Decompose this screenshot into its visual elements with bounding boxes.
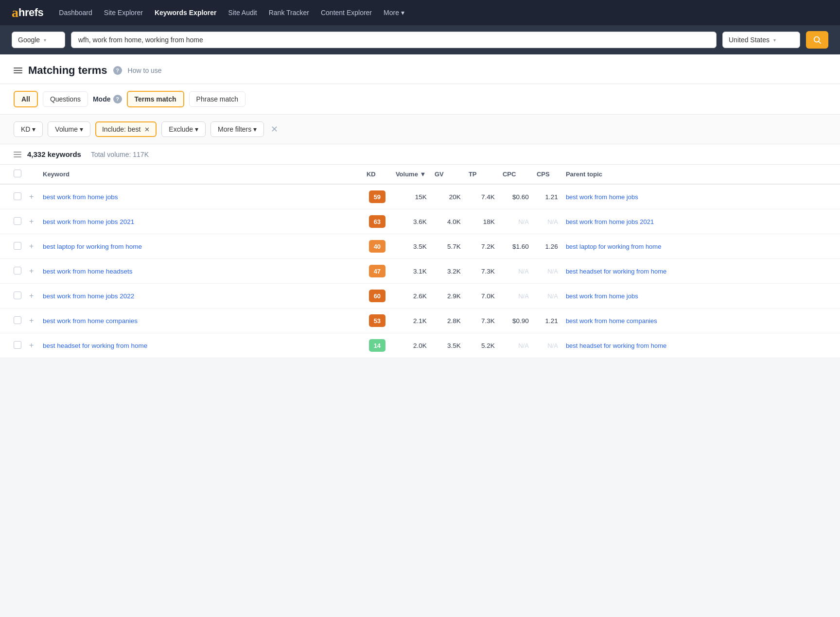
- row-add-cell: +: [25, 234, 39, 259]
- logo[interactable]: ahrefs: [12, 5, 43, 20]
- help-icon[interactable]: ?: [113, 66, 122, 75]
- include-filter-btn[interactable]: Include: best ✕: [95, 121, 157, 137]
- col-header-parent-topic[interactable]: Parent topic: [562, 165, 840, 184]
- secondary-filter-row: KD ▾ Volume ▾ Include: best ✕ Exclude ▾ …: [0, 115, 840, 144]
- row-gv-cell: 2.8K: [431, 308, 465, 333]
- nav-site-audit[interactable]: Site Audit: [228, 9, 257, 17]
- row-checkbox[interactable]: [14, 242, 21, 250]
- keyword-link[interactable]: best work from home jobs: [43, 193, 118, 201]
- exclude-filter-btn[interactable]: Exclude ▾: [161, 121, 206, 137]
- row-add-button[interactable]: +: [29, 341, 34, 349]
- row-checkbox[interactable]: [14, 291, 21, 299]
- questions-filter-btn[interactable]: Questions: [43, 91, 88, 107]
- keyword-highlight: best: [43, 218, 55, 225]
- search-input[interactable]: wfh, work from home, working from home: [71, 32, 717, 48]
- kd-filter-btn[interactable]: KD ▾: [14, 121, 43, 137]
- row-gv-cell: 4.0K: [431, 209, 465, 234]
- col-header-kd[interactable]: KD: [363, 165, 392, 184]
- row-checkbox[interactable]: [14, 316, 21, 324]
- row-keyword-cell: best work from home jobs 2022: [39, 284, 363, 308]
- row-checkbox[interactable]: [14, 267, 21, 274]
- row-checkbox[interactable]: [14, 217, 21, 225]
- row-checkbox[interactable]: [14, 192, 21, 200]
- row-add-button[interactable]: +: [29, 192, 34, 201]
- row-checkbox-cell: [0, 234, 25, 259]
- total-volume: Total volume: 117K: [91, 151, 149, 158]
- engine-chevron: ▾: [44, 37, 46, 43]
- keyword-link[interactable]: best headset for working from home: [43, 342, 147, 349]
- row-keyword-cell: best work from home headsets: [39, 259, 363, 284]
- row-cps-cell: 1.21: [533, 308, 562, 333]
- row-add-button[interactable]: +: [29, 291, 34, 300]
- phrase-match-btn[interactable]: Phrase match: [189, 91, 245, 107]
- row-add-button[interactable]: +: [29, 217, 34, 225]
- row-add-button[interactable]: +: [29, 267, 34, 275]
- parent-topic-link[interactable]: best work from home companies: [566, 317, 657, 325]
- keyword-link[interactable]: best work from home companies: [43, 317, 138, 325]
- row-checkbox-cell: [0, 259, 25, 284]
- table-row: + best work from home jobs 59 15K 20K 7.…: [0, 184, 840, 209]
- parent-topic-link[interactable]: best headset for working from home: [566, 342, 666, 349]
- keyword-highlight: best: [43, 317, 55, 325]
- select-all-checkbox[interactable]: [14, 170, 21, 177]
- svg-line-1: [819, 41, 821, 43]
- row-kd-cell: 59: [363, 184, 392, 209]
- include-clear-icon[interactable]: ✕: [144, 126, 150, 133]
- parent-topic-link[interactable]: best work from home jobs: [566, 292, 638, 300]
- keyword-rest: headset for working from home: [55, 342, 148, 349]
- parent-topic-link[interactable]: best headset for working from home: [566, 268, 666, 275]
- row-add-button[interactable]: +: [29, 242, 34, 250]
- row-kd-cell: 53: [363, 308, 392, 333]
- all-filter-btn[interactable]: All: [14, 91, 38, 107]
- clear-all-filters-icon[interactable]: ✕: [271, 124, 278, 135]
- parent-topic-link[interactable]: best work from home jobs 2021: [566, 218, 654, 225]
- row-gv-cell: 5.7K: [431, 234, 465, 259]
- nav-rank-tracker[interactable]: Rank Tracker: [269, 9, 309, 17]
- keyword-link[interactable]: best work from home jobs 2022: [43, 292, 134, 300]
- row-cps-cell: N/A: [533, 259, 562, 284]
- how-to-link[interactable]: How to use: [128, 67, 162, 74]
- parent-topic-link[interactable]: best work from home jobs: [566, 193, 638, 201]
- nav-site-explorer[interactable]: Site Explorer: [104, 9, 143, 17]
- col-header-cps[interactable]: CPS: [533, 165, 562, 184]
- table-row: + best headset for working from home 14 …: [0, 333, 840, 358]
- row-checkbox[interactable]: [14, 341, 21, 349]
- row-cps-cell: 1.21: [533, 184, 562, 209]
- volume-filter-btn[interactable]: Volume ▾: [48, 121, 90, 137]
- row-cps-cell: 1.26: [533, 234, 562, 259]
- table-row: + best work from home headsets 47 3.1K 3…: [0, 259, 840, 284]
- terms-match-btn[interactable]: Terms match: [127, 91, 184, 107]
- nav-content-explorer[interactable]: Content Explorer: [321, 9, 372, 17]
- kd-badge: 47: [369, 265, 385, 277]
- table-row: + best work from home jobs 2021 63 3.6K …: [0, 209, 840, 234]
- keyword-link[interactable]: best work from home headsets: [43, 268, 133, 275]
- mode-help-icon[interactable]: ?: [113, 95, 122, 103]
- row-volume-cell: 15K: [392, 184, 431, 209]
- keyword-link[interactable]: best laptop for working from home: [43, 243, 142, 250]
- table-menu-icon[interactable]: [14, 152, 21, 157]
- row-cpc-cell: N/A: [499, 333, 533, 358]
- row-keyword-cell: best headset for working from home: [39, 333, 363, 358]
- search-go-button[interactable]: [806, 31, 828, 49]
- parent-topic-link[interactable]: best laptop for working from home: [566, 243, 662, 250]
- col-header-gv[interactable]: GV: [431, 165, 465, 184]
- nav-dashboard[interactable]: Dashboard: [59, 9, 92, 17]
- col-header-volume[interactable]: Volume ▼: [392, 165, 431, 184]
- nav-more[interactable]: More ▾: [384, 9, 404, 17]
- keyword-highlight: best: [43, 292, 55, 300]
- col-header-tp[interactable]: TP: [465, 165, 499, 184]
- row-kd-cell: 63: [363, 209, 392, 234]
- more-filters-btn[interactable]: More filters ▾: [210, 121, 264, 137]
- row-parent-cell: best work from home companies: [562, 308, 840, 333]
- country-selector[interactable]: United States ▾: [722, 32, 800, 48]
- col-header-cpc[interactable]: CPC: [499, 165, 533, 184]
- engine-selector[interactable]: Google ▾: [12, 32, 65, 48]
- row-parent-cell: best headset for working from home: [562, 333, 840, 358]
- nav-keywords-explorer[interactable]: Keywords Explorer: [155, 9, 217, 17]
- table-row: + best work from home companies 53 2.1K …: [0, 308, 840, 333]
- country-label: United States: [729, 36, 770, 44]
- keyword-link[interactable]: best work from home jobs 2021: [43, 218, 134, 225]
- sidebar-toggle[interactable]: [14, 68, 22, 73]
- col-header-keyword: Keyword: [39, 165, 363, 184]
- row-add-button[interactable]: +: [29, 316, 34, 325]
